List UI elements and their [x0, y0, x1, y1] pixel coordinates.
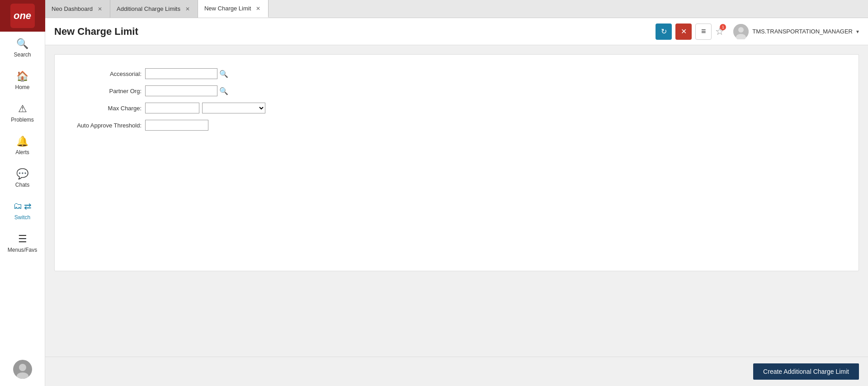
accessorial-label: Accessorial: — [64, 71, 145, 77]
refresh-icon: ↻ — [661, 27, 667, 36]
partner-org-label: Partner Org: — [64, 88, 145, 94]
tab-label-additional-charge-limits: Additional Charge Limits — [117, 5, 180, 12]
sidebar-item-label-alerts: Alerts — [15, 149, 29, 155]
sidebar-item-label-home: Home — [15, 84, 29, 90]
problems-icon: ⚠ — [18, 103, 27, 115]
user-name: TMS.TRANSPORTATION_MANAGER — [752, 28, 853, 35]
tab-close-neo-dashboard[interactable]: ✕ — [96, 5, 104, 13]
tab-new-charge-limit[interactable]: New Charge Limit ✕ — [198, 0, 269, 18]
accessorial-search-button[interactable]: 🔍 — [217, 69, 230, 79]
partner-org-search-icon: 🔍 — [219, 87, 228, 95]
logo-text: one — [10, 4, 35, 28]
star-badge-count: 1 — [720, 24, 726, 30]
switch-icon-right: ⇄ — [24, 201, 32, 212]
tab-close-additional-charge-limits[interactable]: ✕ — [184, 5, 191, 13]
accessorial-input[interactable] — [145, 68, 217, 79]
partner-org-search-button[interactable]: 🔍 — [217, 86, 230, 96]
close-form-button[interactable]: ✕ — [675, 24, 692, 40]
user-avatar — [733, 24, 749, 39]
chats-icon: 💬 — [16, 168, 28, 180]
max-charge-inputs: USD CAD EUR — [145, 103, 265, 113]
tab-bar: Neo Dashboard ✕ Additional Charge Limits… — [45, 0, 868, 18]
create-additional-charge-limit-button[interactable]: Create Additional Charge Limit — [753, 363, 859, 380]
tab-close-new-charge-limit[interactable]: ✕ — [255, 5, 262, 12]
auto-approve-label: Auto Approve Threshold: — [64, 122, 145, 129]
close-icon: ✕ — [681, 27, 687, 36]
sidebar-item-menus-favs[interactable]: ☰ Menus/Favs — [0, 227, 45, 259]
sidebar-item-label-problems: Problems — [11, 117, 34, 123]
partner-org-input[interactable] — [145, 85, 217, 96]
auto-approve-input[interactable] — [145, 120, 208, 131]
max-charge-row: Max Charge: USD CAD EUR — [64, 103, 849, 113]
header-actions: ↻ ✕ ≡ ☆ 1 TMS.TRANSPORTATION_MANAGER ▾ — [656, 24, 859, 40]
sidebar-item-label-search: Search — [14, 52, 31, 58]
switch-icons: 🗂 ⇄ — [13, 201, 32, 212]
form-card: Accessorial: 🔍 Partner Org: 🔍 Max Charge… — [54, 54, 859, 271]
search-icon: 🔍 — [16, 38, 28, 50]
sidebar: one 🔍 Search 🏠 Home ⚠ Problems 🔔 Alerts … — [0, 0, 45, 386]
sidebar-item-label-menus: Menus/Favs — [8, 247, 37, 253]
svg-point-1 — [19, 364, 26, 371]
tab-neo-dashboard[interactable]: Neo Dashboard ✕ — [45, 0, 110, 18]
menu-button[interactable]: ≡ — [695, 24, 712, 40]
user-dropdown-arrow[interactable]: ▾ — [856, 28, 859, 35]
partner-org-row: Partner Org: 🔍 — [64, 85, 849, 96]
accessorial-search-icon: 🔍 — [219, 70, 228, 78]
sidebar-item-home[interactable]: 🏠 Home — [0, 64, 45, 97]
sidebar-bottom — [0, 360, 45, 386]
currency-select[interactable]: USD CAD EUR — [202, 103, 265, 113]
max-charge-input[interactable] — [145, 103, 199, 113]
auto-approve-row: Auto Approve Threshold: — [64, 120, 849, 131]
alerts-icon: 🔔 — [16, 136, 28, 147]
menu-icon: ≡ — [701, 27, 706, 36]
svg-point-4 — [738, 27, 744, 33]
sidebar-item-search[interactable]: 🔍 Search — [0, 32, 45, 64]
refresh-button[interactable]: ↻ — [656, 24, 672, 40]
page-footer: Create Additional Charge Limit — [45, 357, 868, 386]
page-title: New Charge Limit — [54, 26, 656, 38]
tab-label-new-charge-limit: New Charge Limit — [204, 5, 251, 12]
star-badge-container[interactable]: ☆ 1 — [715, 26, 724, 38]
menus-icon: ☰ — [18, 233, 27, 245]
tab-label-neo-dashboard: Neo Dashboard — [52, 5, 93, 12]
sidebar-item-chats[interactable]: 💬 Chats — [0, 162, 45, 194]
sidebar-item-alerts[interactable]: 🔔 Alerts — [0, 129, 45, 162]
logo: one — [0, 0, 45, 32]
tab-additional-charge-limits[interactable]: Additional Charge Limits ✕ — [110, 0, 198, 18]
switch-icon-left: 🗂 — [13, 201, 22, 212]
user-section: TMS.TRANSPORTATION_MANAGER ▾ — [733, 24, 859, 39]
sidebar-item-problems[interactable]: ⚠ Problems — [0, 97, 45, 129]
sidebar-item-label-chats: Chats — [15, 182, 29, 188]
max-charge-label: Max Charge: — [64, 105, 145, 112]
main-area: Neo Dashboard ✕ Additional Charge Limits… — [45, 0, 868, 386]
sidebar-item-label-switch: Switch — [14, 214, 30, 221]
page-header: New Charge Limit ↻ ✕ ≡ ☆ 1 TMS.TRANSPORT… — [45, 18, 868, 45]
home-icon: 🏠 — [16, 71, 28, 82]
page-content: Accessorial: 🔍 Partner Org: 🔍 Max Charge… — [45, 45, 868, 357]
sidebar-item-switch[interactable]: 🗂 ⇄ Switch — [0, 194, 45, 227]
sidebar-user-avatar[interactable] — [13, 360, 32, 379]
accessorial-row: Accessorial: 🔍 — [64, 68, 849, 79]
